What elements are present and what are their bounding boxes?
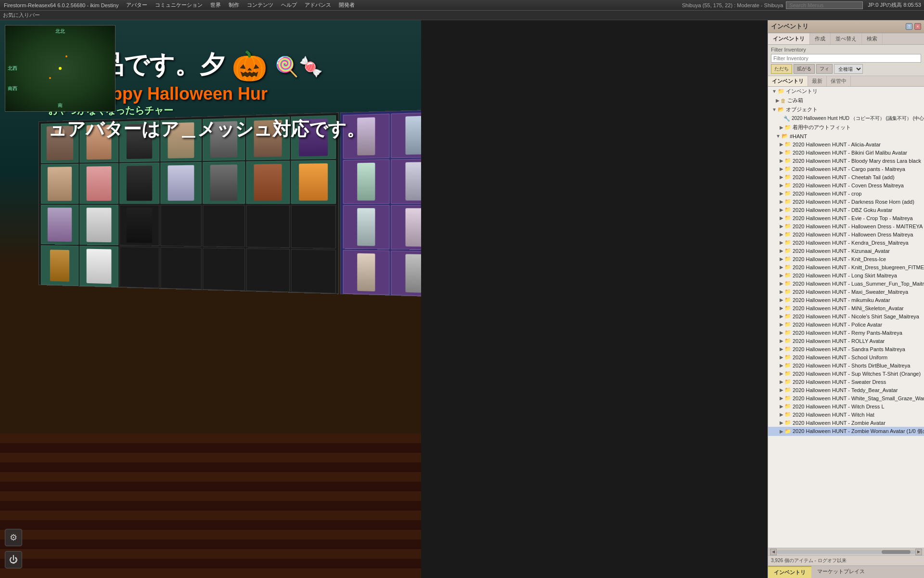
tree-hud-item[interactable]: 🔧 2020 Halloween Hunt HUD （コピー不可） (議集不可）… (768, 114, 924, 123)
item-cell[interactable] (291, 205, 336, 249)
tree-item-10[interactable]: ▶📁2020 Halloween HUNT - Coven Dress Mait… (768, 181, 924, 189)
tree-item-40[interactable]: ▶📁2020 Halloween HUNT - Zombie Woman Ava… (768, 427, 924, 436)
item-cell[interactable] (160, 162, 201, 204)
tree-item-28[interactable]: ▶📁2020 Halloween HUNT - Remy Pants-Maitr… (768, 328, 924, 337)
menu-build[interactable]: 制作 (225, 0, 243, 10)
item-cell[interactable] (160, 205, 201, 247)
tree-item-38[interactable]: ▶📁2020 Halloween HUNT - Witch Hat (768, 410, 924, 419)
subtab-inventory[interactable]: インベントリ (768, 76, 808, 86)
tree-item-36[interactable]: ▶📁2020 Halloween HUNT - White_Stag_Small… (768, 394, 924, 402)
tree-item-27[interactable]: ▶📁2020 Halloween HUNT - Police Avatar (768, 320, 924, 328)
tree-item-11[interactable]: ▶📁2020 Halloween HUNT - crop (768, 189, 924, 197)
tree-item-20[interactable]: ▶📁2020 Halloween HUNT - Knitt_Dress_blue… (768, 263, 924, 271)
type-select[interactable]: 全種場 (834, 64, 863, 74)
help-button[interactable]: ? (906, 23, 912, 30)
tree-item-22[interactable]: ▶📁2020 Halloween HUNT - Luas_Summer_Fun_… (768, 279, 924, 288)
tree-hant[interactable]: ▼ 📂 #HANT (768, 132, 924, 140)
menu-avatar[interactable]: アバター (122, 0, 151, 10)
scrollbar[interactable] (777, 550, 915, 554)
filter-btn-spread[interactable]: 拡がる (794, 64, 815, 74)
tree-item-33[interactable]: ▶📁2020 Halloween HUNT - Sup Witches T-Sh… (768, 369, 924, 378)
tree-item-21[interactable]: ▶📁2020 Halloween HUNT - Long Skirt Maitr… (768, 271, 924, 279)
tree-item-6[interactable]: ▶📁2020 Halloween HUNT - Bikini Girl Mali… (768, 148, 924, 157)
item-cell[interactable] (343, 159, 390, 204)
tab-create[interactable]: 作成 (810, 33, 831, 44)
menu-advanced[interactable]: アドバンス (301, 0, 335, 10)
tree-root[interactable]: ▼ 📁 インベントリ (768, 87, 924, 96)
item-cell[interactable] (160, 247, 201, 289)
item-cell[interactable] (343, 205, 390, 250)
tree-item-26[interactable]: ▶📁2020 Halloween HUNT - Nicole's Shirt S… (768, 312, 924, 320)
item-cell[interactable] (119, 247, 159, 289)
subtab-recent[interactable]: 最新 (808, 76, 827, 86)
gear-icon[interactable]: ⚙ (5, 529, 22, 546)
menu-communication[interactable]: コミュニケーション (151, 0, 206, 10)
item-cell[interactable] (246, 205, 290, 248)
tree-item-37[interactable]: ▶📁2020 Halloween HUNT - Witch Dress L (768, 402, 924, 410)
item-cell[interactable] (203, 205, 245, 247)
item-cell[interactable] (41, 205, 78, 245)
tab-search[interactable]: 検索 (862, 33, 883, 44)
item-cell[interactable] (391, 112, 421, 158)
item-cell[interactable] (79, 163, 118, 204)
item-cell[interactable] (343, 250, 390, 295)
item-cell[interactable] (41, 245, 78, 286)
item-cell[interactable] (79, 205, 118, 245)
close-button[interactable]: × (914, 23, 921, 30)
bottom-tab-marketplace[interactable]: マーケットプレイス (811, 566, 871, 578)
tree-item-8[interactable]: ▶📁2020 Halloween HUNT - Cargo pants - Ma… (768, 165, 924, 173)
tree-item-25[interactable]: ▶📁2020 Halloween HUNT - MiNi_Skeleton_Av… (768, 304, 924, 312)
tree-item-12[interactable]: ▶📁2020 Halloween HUNT - Darkness Rose Ho… (768, 197, 924, 206)
menu-world[interactable]: 世界 (206, 0, 225, 10)
filter-input[interactable] (771, 54, 921, 63)
tree-item-16[interactable]: ▶📁2020 Halloween HUNT - Halloween Dress … (768, 230, 924, 238)
tree-outfit[interactable]: ▶ 📁 着用中のアウトフィット (768, 123, 924, 132)
tab-sort[interactable]: 並べ替え (831, 33, 862, 44)
item-cell[interactable] (203, 161, 245, 204)
bottom-tab-inventory[interactable]: インベントリ (768, 566, 811, 578)
tree-objects[interactable]: ▼ 📂 オブジェクト (768, 105, 924, 114)
item-cell[interactable] (203, 248, 245, 291)
tree-item-32[interactable]: ▶📁2020 Halloween HUNT - Shorts DirtBlue_… (768, 361, 924, 369)
tree-item-34[interactable]: ▶📁2020 Halloween HUNT - Sweater Dress (768, 378, 924, 386)
item-cell[interactable] (41, 164, 78, 204)
filter-btn-recent[interactable]: ただち (771, 64, 792, 74)
item-cell[interactable] (246, 249, 290, 292)
tree-item-5[interactable]: ▶📁2020 Halloween HUNT - Alicia-Avatar (768, 140, 924, 148)
tree-item-39[interactable]: ▶📁2020 Halloween HUNT - Zombie Avatar (768, 419, 924, 427)
tree-item-9[interactable]: ▶📁2020 Halloween HUNT - Cheetah Tail (ad… (768, 173, 924, 181)
item-cell[interactable] (291, 160, 336, 204)
tree-item-30[interactable]: ▶📁2020 Halloween HUNT - Sandra Pants Mai… (768, 345, 924, 353)
tree-item-23[interactable]: ▶📁2020 Halloween HUNT - Maxi_Sweater_Mai… (768, 288, 924, 296)
tab-inventory[interactable]: インベントリ (768, 33, 810, 44)
scroll-right-button[interactable]: ▶ (915, 549, 922, 555)
tree-item-14[interactable]: ▶📁2020 Halloween HUNT - Evie - Crop Top … (768, 214, 924, 222)
menu-content[interactable]: コンテンツ (243, 0, 277, 10)
item-cell[interactable] (79, 246, 118, 287)
item-cell[interactable] (119, 162, 159, 204)
tree-item-7[interactable]: ▶📁2020 Halloween HUNT - Bloody Mary dres… (768, 157, 924, 165)
tree-item-18[interactable]: ▶📁2020 Halloween HUNT - Kizunaai_Avatar (768, 247, 924, 255)
tree-item-24[interactable]: ▶📁2020 Halloween HUNT - mikumiku Avatar (768, 296, 924, 304)
tree-item-13[interactable]: ▶📁2020 Halloween HUNT - DBZ Goku Avatar (768, 206, 924, 214)
menu-developer[interactable]: 開発者 (335, 0, 359, 10)
item-cell[interactable] (246, 161, 290, 204)
tree-item-15[interactable]: ▶📁2020 Halloween HUNT - Halloween Dress … (768, 222, 924, 230)
item-cell[interactable] (119, 205, 159, 246)
tree-item-29[interactable]: ▶📁2020 Halloween HUNT - ROLLY Avatar (768, 337, 924, 345)
scroll-left-button[interactable]: ◀ (770, 549, 777, 555)
tree-item-17[interactable]: ▶📁2020 Halloween HUNT - Kendra_Dress_Mai… (768, 238, 924, 247)
item-cell[interactable] (391, 205, 421, 250)
scrollbar-thumb[interactable] (882, 550, 911, 554)
item-cell[interactable] (391, 250, 421, 297)
menu-help[interactable]: ヘルプ (277, 0, 301, 10)
item-cell[interactable] (391, 158, 421, 204)
search-menus-input[interactable] (786, 1, 863, 9)
item-cell[interactable] (291, 249, 336, 293)
tree-item-35[interactable]: ▶📁2020 Halloween HUNT - Teddy_Bear_Avata… (768, 386, 924, 394)
tree-item-19[interactable]: ▶📁2020 Halloween HUNT - Knit_Dress-Ice (768, 255, 924, 263)
subtab-storage[interactable]: 保管中 (827, 76, 851, 86)
tree-item-31[interactable]: ▶📁2020 Halloween HUNT - School Uniform (768, 353, 924, 361)
filter-btn-fi[interactable]: フィ (816, 64, 833, 74)
tree-trash[interactable]: ▶ 🗑 ごみ箱 (768, 96, 924, 105)
